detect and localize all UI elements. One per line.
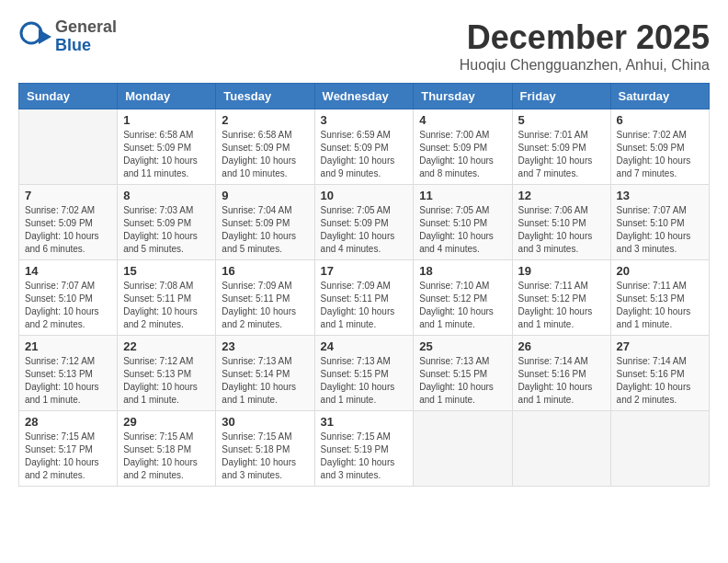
day-info: Sunrise: 7:14 AMSunset: 5:16 PMDaylight:… [518,355,605,407]
calendar-cell: 21Sunrise: 7:12 AMSunset: 5:13 PMDayligh… [19,336,118,411]
weekday-header-wednesday: Wednesday [314,84,414,109]
day-info: Sunrise: 7:12 AMSunset: 5:13 PMDaylight:… [123,355,210,407]
day-number: 30 [222,415,308,429]
day-info: Sunrise: 7:13 AMSunset: 5:14 PMDaylight:… [222,355,308,407]
calendar-cell: 11Sunrise: 7:05 AMSunset: 5:10 PMDayligh… [414,185,512,260]
day-number: 1 [123,113,210,127]
day-number: 3 [321,113,408,127]
day-info: Sunrise: 7:11 AMSunset: 5:13 PMDaylight:… [617,280,703,331]
calendar-cell [610,411,709,487]
weekday-header-tuesday: Tuesday [216,84,314,109]
calendar-cell: 4Sunrise: 7:00 AMSunset: 5:09 PMDaylight… [414,109,512,185]
calendar-week-row: 28Sunrise: 7:15 AMSunset: 5:17 PMDayligh… [19,411,710,487]
calendar-cell [512,411,610,487]
day-info: Sunrise: 7:09 AMSunset: 5:11 PMDaylight:… [222,280,308,331]
day-info: Sunrise: 7:06 AMSunset: 5:10 PMDaylight:… [518,204,605,256]
calendar-week-row: 14Sunrise: 7:07 AMSunset: 5:10 PMDayligh… [19,260,710,336]
day-info: Sunrise: 7:15 AMSunset: 5:19 PMDaylight:… [321,431,408,482]
day-info: Sunrise: 7:15 AMSunset: 5:17 PMDaylight:… [25,431,111,482]
day-info: Sunrise: 7:13 AMSunset: 5:15 PMDaylight:… [419,355,506,407]
day-info: Sunrise: 7:02 AMSunset: 5:09 PMDaylight:… [617,129,703,180]
calendar-cell: 25Sunrise: 7:13 AMSunset: 5:15 PMDayligh… [414,336,512,411]
day-info: Sunrise: 7:09 AMSunset: 5:11 PMDaylight:… [321,280,408,331]
svg-point-0 [21,23,41,43]
calendar-cell: 5Sunrise: 7:01 AMSunset: 5:09 PMDaylight… [512,109,610,185]
day-number: 29 [123,415,210,429]
day-info: Sunrise: 7:01 AMSunset: 5:09 PMDaylight:… [518,129,605,180]
day-number: 5 [518,113,605,127]
day-number: 14 [25,264,111,278]
day-number: 13 [617,189,703,202]
calendar-cell: 14Sunrise: 7:07 AMSunset: 5:10 PMDayligh… [19,260,118,336]
day-number: 9 [222,189,308,202]
day-number: 21 [25,339,111,353]
day-number: 10 [321,189,408,202]
calendar-cell [19,109,118,185]
day-number: 17 [321,264,408,278]
weekday-header-thursday: Thursday [414,84,512,109]
day-info: Sunrise: 6:59 AMSunset: 5:09 PMDaylight:… [321,129,408,180]
calendar-cell: 18Sunrise: 7:10 AMSunset: 5:12 PMDayligh… [414,260,512,336]
day-number: 16 [222,264,308,278]
page-header: General Blue December 2025 Huoqiu Chengg… [18,18,710,74]
weekday-header-row: SundayMondayTuesdayWednesdayThursdayFrid… [19,84,710,109]
day-number: 20 [617,264,703,278]
logo: General Blue [18,18,117,55]
day-info: Sunrise: 7:08 AMSunset: 5:11 PMDaylight:… [123,280,210,331]
logo-general-text: General [55,18,117,37]
day-number: 27 [617,339,703,353]
calendar-cell: 15Sunrise: 7:08 AMSunset: 5:11 PMDayligh… [118,260,216,336]
calendar-cell: 1Sunrise: 6:58 AMSunset: 5:09 PMDaylight… [118,109,216,185]
title-section: December 2025 Huoqiu Chengguanzhen, Anhu… [460,18,710,74]
logo-icon [18,20,51,53]
day-number: 19 [518,264,605,278]
logo-blue-text: Blue [55,37,117,55]
calendar-week-row: 21Sunrise: 7:12 AMSunset: 5:13 PMDayligh… [19,336,710,411]
day-number: 22 [123,339,210,353]
day-number: 25 [419,339,506,353]
day-info: Sunrise: 6:58 AMSunset: 5:09 PMDaylight:… [222,129,308,180]
calendar-cell: 26Sunrise: 7:14 AMSunset: 5:16 PMDayligh… [512,336,610,411]
day-info: Sunrise: 7:15 AMSunset: 5:18 PMDaylight:… [123,431,210,482]
day-info: Sunrise: 7:13 AMSunset: 5:15 PMDaylight:… [321,355,408,407]
day-info: Sunrise: 7:15 AMSunset: 5:18 PMDaylight:… [222,431,308,482]
day-number: 2 [222,113,308,127]
day-info: Sunrise: 6:58 AMSunset: 5:09 PMDaylight:… [123,129,210,180]
day-info: Sunrise: 7:07 AMSunset: 5:10 PMDaylight:… [25,280,111,331]
day-number: 24 [321,339,408,353]
day-info: Sunrise: 7:05 AMSunset: 5:10 PMDaylight:… [419,204,506,256]
location: Huoqiu Chengguanzhen, Anhui, China [460,57,710,74]
day-info: Sunrise: 7:12 AMSunset: 5:13 PMDaylight:… [25,355,111,407]
day-number: 12 [518,189,605,202]
calendar-table: SundayMondayTuesdayWednesdayThursdayFrid… [18,83,710,487]
day-number: 23 [222,339,308,353]
weekday-header-saturday: Saturday [610,84,709,109]
calendar-cell: 3Sunrise: 6:59 AMSunset: 5:09 PMDaylight… [314,109,414,185]
day-number: 31 [321,415,408,429]
calendar-cell: 22Sunrise: 7:12 AMSunset: 5:13 PMDayligh… [118,336,216,411]
calendar-cell: 7Sunrise: 7:02 AMSunset: 5:09 PMDaylight… [19,185,118,260]
calendar-cell: 13Sunrise: 7:07 AMSunset: 5:10 PMDayligh… [610,185,709,260]
month-title: December 2025 [460,18,710,57]
calendar-cell: 24Sunrise: 7:13 AMSunset: 5:15 PMDayligh… [314,336,414,411]
day-number: 28 [25,415,111,429]
calendar-cell: 2Sunrise: 6:58 AMSunset: 5:09 PMDaylight… [216,109,314,185]
calendar-cell: 6Sunrise: 7:02 AMSunset: 5:09 PMDaylight… [610,109,709,185]
day-info: Sunrise: 7:11 AMSunset: 5:12 PMDaylight:… [518,280,605,331]
day-info: Sunrise: 7:03 AMSunset: 5:09 PMDaylight:… [123,204,210,256]
day-info: Sunrise: 7:00 AMSunset: 5:09 PMDaylight:… [419,129,506,180]
calendar-cell: 16Sunrise: 7:09 AMSunset: 5:11 PMDayligh… [216,260,314,336]
weekday-header-monday: Monday [118,84,216,109]
calendar-cell: 8Sunrise: 7:03 AMSunset: 5:09 PMDaylight… [118,185,216,260]
day-number: 8 [123,189,210,202]
day-info: Sunrise: 7:14 AMSunset: 5:16 PMDaylight:… [617,355,703,407]
day-number: 26 [518,339,605,353]
calendar-cell: 19Sunrise: 7:11 AMSunset: 5:12 PMDayligh… [512,260,610,336]
svg-marker-1 [39,29,51,44]
calendar-cell: 31Sunrise: 7:15 AMSunset: 5:19 PMDayligh… [314,411,414,487]
day-info: Sunrise: 7:05 AMSunset: 5:09 PMDaylight:… [321,204,408,256]
day-number: 11 [419,189,506,202]
day-info: Sunrise: 7:10 AMSunset: 5:12 PMDaylight:… [419,280,506,331]
day-number: 15 [123,264,210,278]
calendar-week-row: 1Sunrise: 6:58 AMSunset: 5:09 PMDaylight… [19,109,710,185]
